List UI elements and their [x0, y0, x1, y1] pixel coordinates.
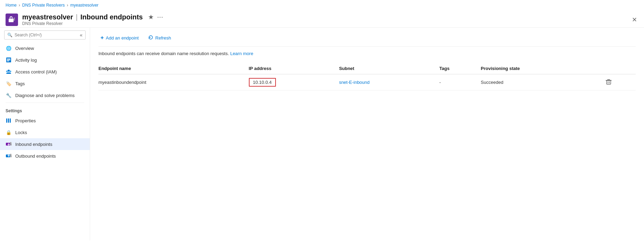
sidebar-item-inbound-endpoints[interactable]: Inbound endpoints	[0, 138, 90, 150]
cell-provisioning-state: Succeeded	[481, 74, 606, 90]
info-text: Inbound endpoints can receive domain nam…	[98, 51, 636, 56]
col-tags: Tags	[440, 63, 481, 74]
sidebar-item-diagnose[interactable]: 🔧 Diagnose and solve problems	[0, 89, 90, 101]
cell-ip-address: 10.10.0.4	[249, 74, 339, 90]
lock-icon: 🔒	[6, 129, 12, 135]
add-endpoint-button[interactable]: + Add an endpoint	[98, 33, 141, 42]
cell-subnet: snet-E-inbound	[339, 74, 439, 90]
svg-point-6	[8, 70, 10, 72]
svg-point-8	[10, 71, 11, 72]
ip-address-value: 10.10.0.4	[249, 78, 276, 87]
plus-icon: +	[101, 35, 104, 41]
svg-rect-14	[10, 143, 11, 146]
sidebar-item-properties[interactable]: Properties	[0, 115, 90, 126]
svg-rect-18	[607, 80, 611, 84]
svg-rect-9	[6, 118, 7, 123]
properties-icon	[6, 117, 12, 124]
more-actions[interactable]: ···	[157, 15, 164, 20]
globe-icon: 🌐	[6, 45, 12, 51]
refresh-icon	[148, 35, 153, 41]
svg-rect-3	[7, 59, 10, 59]
sidebar-item-outbound-endpoints[interactable]: Outbound endpoints	[0, 150, 90, 162]
search-input[interactable]	[15, 33, 78, 37]
search-box[interactable]: 🔍 «	[4, 30, 86, 39]
sidebar-item-overview[interactable]: 🌐 Overview	[0, 42, 90, 54]
settings-section-label: Settings	[0, 104, 90, 115]
sidebar-divider	[6, 103, 84, 103]
sidebar: 🔍 « 🌐 Overview Activity log Access contr…	[0, 28, 90, 240]
main-content: + Add an endpoint Refresh Inbound endpoi…	[90, 28, 644, 240]
col-endpoint-name: Endpoint name	[98, 63, 249, 74]
delete-button[interactable]	[606, 79, 612, 86]
wrench-icon: 🔧	[6, 92, 12, 98]
favorite-star[interactable]: ★	[148, 14, 153, 20]
sidebar-item-activity-log[interactable]: Activity log	[0, 54, 90, 66]
inbound-icon	[6, 141, 12, 147]
tag-icon: 🏷️	[6, 80, 12, 87]
svg-rect-5	[7, 61, 9, 61]
learn-more-link[interactable]: Learn more	[230, 51, 253, 56]
cell-delete	[606, 74, 636, 90]
svg-rect-11	[10, 118, 11, 123]
close-button[interactable]: ✕	[630, 15, 638, 25]
breadcrumb-home[interactable]: Home	[6, 3, 17, 8]
breadcrumb-dns[interactable]: DNS Private Resolvers	[22, 3, 65, 8]
svg-rect-17	[10, 155, 11, 157]
activity-icon	[6, 57, 12, 63]
col-ip-address: IP address	[249, 63, 339, 74]
sidebar-item-tags[interactable]: 🏷️ Tags	[0, 78, 90, 89]
endpoints-table: Endpoint name IP address Subnet Tags Pro…	[98, 63, 636, 90]
breadcrumb: Home › DNS Private Resolvers › myeastres…	[0, 0, 644, 10]
collapse-button[interactable]: «	[80, 32, 82, 38]
refresh-button[interactable]: Refresh	[146, 34, 173, 42]
search-icon: 🔍	[7, 33, 12, 37]
col-provisioning-state: Provisioning state	[481, 63, 606, 74]
breadcrumb-resolver[interactable]: myeastresolver	[70, 3, 98, 8]
sidebar-item-iam[interactable]: Access control (IAM)	[0, 66, 90, 78]
svg-rect-10	[8, 118, 9, 123]
svg-rect-0	[9, 19, 14, 22]
page-header: myeastresolver | Inbound endpoints ★ ···…	[0, 10, 644, 28]
page-title: myeastresolver | Inbound endpoints ★ ···	[22, 13, 164, 21]
col-subnet: Subnet	[339, 63, 439, 74]
subnet-link[interactable]: snet-E-inbound	[339, 80, 369, 85]
toolbar: + Add an endpoint Refresh	[98, 33, 636, 47]
resource-subtitle: DNS Private Resolver	[22, 21, 164, 26]
iam-icon	[6, 69, 12, 75]
cell-endpoint-name: myeastinboundendpoint	[98, 74, 249, 90]
svg-point-7	[6, 71, 8, 72]
outbound-icon	[6, 153, 12, 159]
svg-rect-4	[7, 60, 10, 60]
table-row: myeastinboundendpoint 10.10.0.4 snet-E-i…	[98, 74, 636, 90]
resource-icon	[6, 14, 18, 26]
cell-tags: -	[440, 74, 481, 90]
col-actions	[606, 63, 636, 74]
sidebar-item-locks[interactable]: 🔒 Locks	[0, 126, 90, 138]
